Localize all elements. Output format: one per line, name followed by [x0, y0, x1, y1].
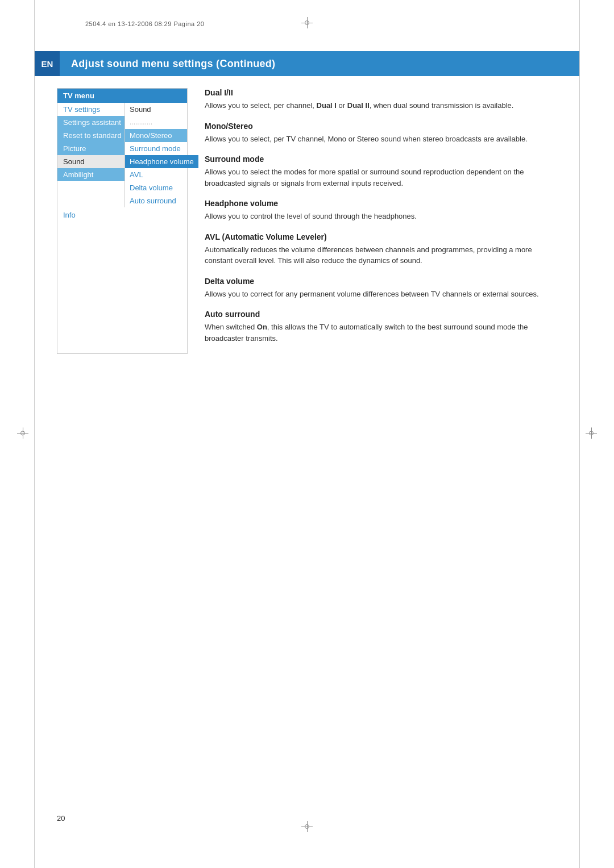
menu-left-ambilight: Ambilight: [57, 168, 125, 181]
desc-surround-text: Allows you to select the modes for more …: [205, 166, 557, 189]
sound-row: Sound Headphone volume: [57, 155, 187, 168]
page-number: 20: [57, 814, 65, 823]
desc-auto-surround-title: Auto surround: [205, 310, 557, 319]
desc-mono: Mono/Stereo Allows you to select, per TV…: [205, 122, 557, 145]
picture-row: Picture Surround mode: [57, 142, 187, 155]
menu-item-ambilight[interactable]: Ambilight: [57, 168, 125, 181]
desc-avl-title: AVL (Automatic Volume Leveler): [205, 232, 557, 241]
en-badge: EN: [35, 51, 60, 76]
menu-right-mono-stereo[interactable]: Mono/Stereo: [125, 129, 187, 142]
desc-dual-title: Dual I/II: [205, 88, 557, 97]
desc-avl: AVL (Automatic Volume Leveler) Automatic…: [205, 232, 557, 266]
menu-left-reset: Reset to standard: [57, 129, 125, 142]
meta-line: 2504.4 en 13-12-2006 08:29 Pagina 20: [85, 20, 204, 27]
auto-surround-row: — Auto surround: [57, 194, 187, 207]
menu-item-picture[interactable]: Picture: [57, 142, 125, 155]
menu-item-empty2: —: [57, 194, 125, 207]
desc-surround-title: Surround mode: [205, 155, 557, 164]
settings-assistant-row: Settings assistant ............: [57, 116, 187, 129]
delta-row: — Delta volume: [57, 181, 187, 194]
menu-right-delta: Delta volume: [125, 181, 187, 194]
desc-delta-title: Delta volume: [205, 277, 557, 286]
en-banner: EN Adjust sound menu settings (Continued…: [35, 51, 579, 76]
menu-left-sound: Sound: [57, 155, 125, 168]
desc-auto-surround: Auto surround When switched On, this all…: [205, 310, 557, 344]
menu-right-auto: Auto surround: [125, 194, 187, 207]
menu-right-dotted: ............: [125, 116, 187, 129]
desc-mono-title: Mono/Stereo: [205, 122, 557, 131]
descriptions-panel: Dual I/II Allows you to select, per chan…: [205, 88, 557, 354]
desc-mono-text: Allows you to select, per TV channel, Mo…: [205, 133, 557, 145]
menu-left-col: TV settings: [57, 103, 125, 116]
tv-settings-row: TV settings Sound: [57, 103, 187, 116]
desc-delta: Delta volume Allows you to correct for a…: [205, 277, 557, 300]
menu-item-empty: —: [57, 181, 125, 194]
tv-menu-panel: TV menu TV settings Sound Settings assis…: [57, 88, 188, 354]
menu-right-headphone-volume[interactable]: Headphone volume: [125, 155, 198, 168]
crosshair-right: [586, 428, 597, 441]
menu-left-settings: Settings assistant: [57, 116, 125, 129]
desc-dual-text: Allows you to select, per channel, Dual …: [205, 100, 557, 111]
crosshair-left: [17, 428, 28, 441]
crosshair-top: [301, 17, 313, 30]
banner-title: Adjust sound menu settings (Continued): [71, 58, 275, 70]
menu-item-settings-assistant[interactable]: Settings assistant: [57, 116, 125, 129]
tv-menu-header: TV menu: [57, 89, 187, 103]
menu-left-empty: —: [57, 181, 125, 194]
menu-right-delta-volume[interactable]: Delta volume: [125, 181, 187, 194]
info-row[interactable]: Info: [57, 207, 187, 223]
menu-right-surround: Surround mode: [125, 142, 187, 155]
menu-item-tv-settings[interactable]: TV settings: [57, 103, 125, 116]
desc-surround: Surround mode Allows you to select the m…: [205, 155, 557, 189]
menu-right-avl-item[interactable]: AVL: [125, 168, 187, 181]
menu-left-picture: Picture: [57, 142, 125, 155]
menu-item-reset[interactable]: Reset to standard: [57, 129, 125, 142]
desc-auto-surround-text: When switched On, this allows the TV to …: [205, 322, 557, 344]
desc-dual: Dual I/II Allows you to select, per chan…: [205, 88, 557, 111]
desc-headphone: Headphone volume Allows you to control t…: [205, 199, 557, 222]
desc-avl-text: Automatically reduces the volume differe…: [205, 244, 557, 266]
crosshair-bottom: [301, 821, 313, 834]
menu-right-mono: Mono/Stereo: [125, 129, 187, 142]
menu-right-auto-surround[interactable]: Auto surround: [125, 194, 187, 207]
menu-right-avl: AVL: [125, 168, 187, 181]
page-border-right: [579, 0, 580, 868]
desc-headphone-title: Headphone volume: [205, 199, 557, 208]
menu-right-sound-label: Sound: [125, 103, 187, 116]
ambilight-row: Ambilight AVL: [57, 168, 187, 181]
menu-right-surround-mode[interactable]: Surround mode: [125, 142, 187, 155]
page-border-left: [34, 0, 35, 868]
reset-row: Reset to standard Mono/Stereo: [57, 129, 187, 142]
menu-left-empty2: —: [57, 194, 125, 207]
menu-right-headphone: Headphone volume: [125, 155, 198, 168]
menu-right-col-sound: Sound: [125, 103, 187, 116]
menu-item-sound[interactable]: Sound: [57, 155, 125, 168]
desc-headphone-text: Allows you to control the level of sound…: [205, 211, 557, 222]
menu-divider: ............: [125, 116, 187, 128]
main-content: TV menu TV settings Sound Settings assis…: [57, 88, 557, 354]
desc-delta-text: Allows you to correct for any permanent …: [205, 289, 557, 300]
